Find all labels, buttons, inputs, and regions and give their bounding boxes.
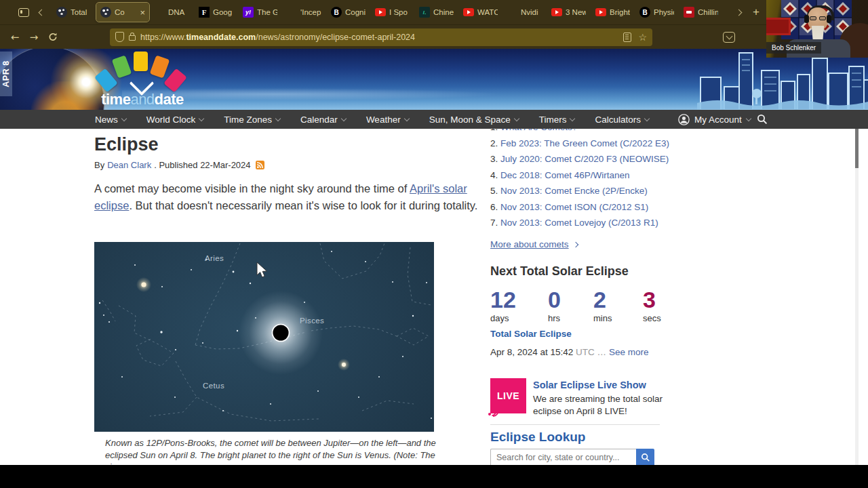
browser-tab[interactable]: 3 New: [547, 3, 590, 22]
countdown-label: mins: [593, 313, 643, 323]
comet-link[interactable]: Nov 2013: Comet Encke (2P/Encke): [500, 186, 648, 196]
author-link[interactable]: Dean Clark: [107, 160, 151, 170]
scrollbar-thumb[interactable]: [855, 129, 859, 168]
comet-link[interactable]: July 2020: Comet C/2020 F3 (NEOWISE): [500, 154, 669, 164]
browser-tab[interactable]: BPhysic: [635, 3, 678, 22]
browser-tab[interactable]: FGoog: [195, 3, 237, 22]
browser-tab[interactable]: Bright: [591, 3, 634, 22]
scroll-tabs-right-icon[interactable]: [730, 3, 747, 21]
tab-strip: TotalCo×DNAFGoogy!The G'IncepBCogniI Spo…: [52, 0, 723, 24]
pocket-save-icon[interactable]: [723, 32, 735, 43]
headphone-cup: [827, 15, 831, 23]
browser-tab[interactable]: WATC: [459, 3, 502, 22]
divider: [490, 424, 660, 425]
browser-tab[interactable]: Chillin: [679, 3, 722, 22]
browser-tab[interactable]: I Spo: [371, 3, 414, 22]
tab-favicon: y!: [243, 7, 254, 18]
comet-link[interactable]: What Are Comets?: [500, 129, 577, 132]
eclipse-lookup: [490, 449, 654, 465]
tab-title: Nvidi: [521, 8, 542, 16]
eclipse-lookup-title: Eclipse Lookup: [490, 430, 585, 445]
browser-tab[interactable]: /.Chine: [415, 3, 458, 22]
rss-icon[interactable]: [256, 161, 264, 169]
constellation-label-cetus: Cetus: [203, 382, 224, 390]
eclipsed-sun: [273, 325, 289, 341]
comet-link[interactable]: Nov 2013: Comet Lovejoy (C/2013 R1): [500, 218, 658, 228]
nav-item[interactable]: Timers: [539, 115, 575, 125]
browser-tab[interactable]: Total: [52, 3, 95, 22]
close-tab-icon[interactable]: ×: [140, 7, 145, 18]
nav-item[interactable]: Calendar: [300, 115, 346, 125]
lookup-search-button[interactable]: [636, 449, 654, 465]
my-account[interactable]: My Account: [678, 114, 751, 125]
live-show-title-link[interactable]: Solar Eclipse Live Show: [533, 380, 679, 390]
city-skyline-graphic: [697, 49, 868, 110]
comet-list: 1. What Are Comets?2. Feb 2023: The Gree…: [490, 129, 669, 234]
chevron-right-icon: [572, 241, 578, 247]
nav-item[interactable]: Weather: [366, 115, 409, 125]
back-icon[interactable]: ←: [5, 31, 24, 43]
live-waves-icon: [488, 405, 498, 416]
comet-link[interactable]: Nov 2013: Comet ISON (C/2012 S1): [500, 202, 648, 212]
countdown-label: hrs: [548, 313, 593, 323]
scroll-tabs-left-icon[interactable]: [33, 3, 50, 21]
nav-item[interactable]: Sun, Moon & Space: [429, 115, 519, 125]
reload-icon[interactable]: [43, 32, 62, 42]
list-item: 1. What Are Comets?: [490, 129, 669, 138]
nav-item[interactable]: Calculators: [595, 115, 649, 125]
webcam-caption: Bob Schlenker: [766, 42, 821, 54]
countdown-unit: 0hrs: [548, 287, 593, 323]
tab-title: Cogni: [345, 8, 366, 16]
live-show-promo[interactable]: LIVE Solar Eclipse Live Show We are stre…: [490, 378, 679, 418]
figure-caption: Known as 12P/Pons-Brooks, the comet will…: [105, 437, 442, 465]
tab-manager-icon[interactable]: [15, 3, 33, 21]
url-text[interactable]: https://www.timeanddate.com/news/astrono…: [140, 33, 618, 42]
nav-item[interactable]: Time Zones: [224, 115, 280, 125]
total-solar-eclipse-link[interactable]: Total Solar Eclipse: [490, 329, 572, 339]
tab-favicon: B: [639, 7, 650, 18]
see-more-link[interactable]: See more: [609, 347, 649, 357]
forward-icon[interactable]: →: [24, 31, 43, 43]
browser-tab[interactable]: Nvidi: [503, 3, 546, 22]
countdown-unit: 2mins: [593, 287, 643, 323]
tab-title: Chine: [433, 8, 454, 16]
tab-favicon: [287, 7, 297, 18]
constellation-label-aries: Aries: [205, 254, 224, 262]
countdown-value: 12: [490, 287, 548, 312]
account-icon: [678, 114, 690, 125]
comet-link[interactable]: Feb 2023: The Green Comet (C/2022 E3): [500, 138, 669, 148]
timeanddate-logo[interactable]: timeanddate: [95, 50, 190, 108]
countdown-unit: 3secs: [643, 287, 661, 323]
tab-favicon: [56, 7, 67, 18]
browser-tab[interactable]: BCogni: [327, 3, 370, 22]
browser-tab[interactable]: 'Incep: [283, 3, 326, 22]
search-icon[interactable]: [757, 114, 768, 125]
address-field[interactable]: https://www.timeanddate.com/news/astrono…: [110, 28, 652, 46]
tab-title: Physic: [654, 8, 674, 16]
lookup-search-input[interactable]: [490, 449, 636, 465]
lock-icon[interactable]: [129, 35, 136, 41]
reader-mode-icon[interactable]: [623, 33, 631, 42]
tab-favicon: [684, 7, 694, 18]
more-about-comets-link[interactable]: More about comets: [490, 239, 578, 249]
nav-item[interactable]: News: [95, 115, 126, 125]
comet-link[interactable]: Dec 2018: Comet 46P/Wirtanen: [500, 170, 630, 180]
magnifier-icon: [641, 453, 650, 462]
url-bar: ← → https://www.timeanddate.com/news/ast…: [0, 24, 868, 49]
headphone-cup: [804, 15, 809, 23]
countdown: 12days0hrs2mins3secs: [490, 287, 661, 323]
chevron-down-icon: [121, 115, 127, 121]
new-tab-icon[interactable]: +: [747, 3, 765, 21]
live-show-description: We are streaming the total solar eclipse…: [533, 393, 679, 418]
bookmark-star-icon[interactable]: ☆: [638, 32, 647, 43]
browser-tab[interactable]: Co×: [96, 3, 149, 22]
list-item: 5. Nov 2013: Comet Encke (2P/Encke): [490, 186, 669, 202]
primary-nav: NewsWorld ClockTime ZonesCalendarWeather…: [0, 110, 868, 129]
tracking-protection-shield-icon[interactable]: [115, 32, 124, 42]
article-title: Eclipse: [94, 134, 159, 155]
chevron-down-icon: [644, 115, 650, 121]
scrollbar-track[interactable]: [855, 129, 859, 465]
browser-tab[interactable]: DNA: [151, 3, 193, 22]
browser-tab[interactable]: y!The G: [239, 3, 281, 22]
nav-item[interactable]: World Clock: [146, 115, 204, 125]
